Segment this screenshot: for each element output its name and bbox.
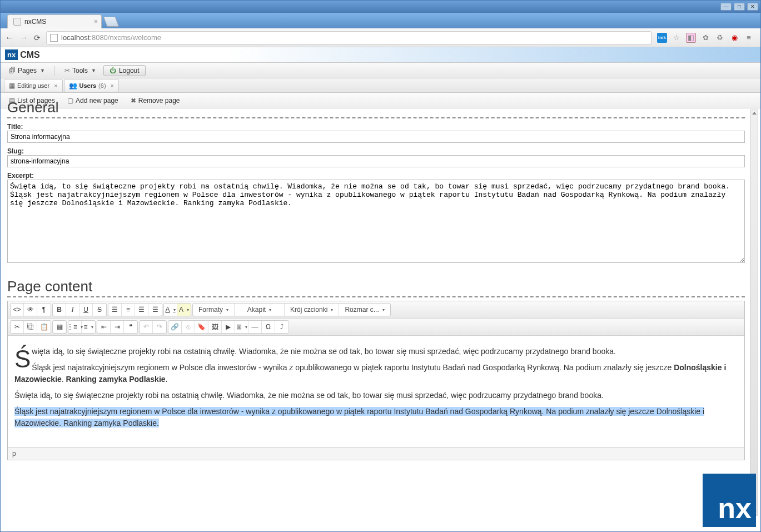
align-right-button[interactable]: ☰ <box>135 304 148 316</box>
url-path: /nxcms/welcome <box>108 33 161 42</box>
new-tab-button[interactable] <box>103 17 120 27</box>
underline-button[interactable]: U <box>79 304 93 316</box>
text-color-button[interactable]: A▾ <box>164 304 177 316</box>
form-icon: ▦ <box>9 82 15 90</box>
formats-dropdown[interactable]: Formaty▾ <box>193 304 235 316</box>
tab-users[interactable]: 👥 Users (6) × <box>64 79 119 92</box>
source-button[interactable]: <> <box>11 304 24 316</box>
align-left-button[interactable]: ☰ <box>108 304 122 316</box>
paragraph-dropdown[interactable]: Akapit▾ <box>235 304 285 316</box>
blockquote-button[interactable]: ❝ <box>124 321 137 333</box>
number-list-button[interactable]: ≡▾ <box>82 321 95 333</box>
address-bar: ← → ⟳ localhost:8080/nxcms/welcome imk ☆… <box>1 28 760 47</box>
url-host: localhost <box>61 33 89 42</box>
back-button[interactable]: ← <box>5 33 14 43</box>
ext-icon-1[interactable]: imk <box>657 33 667 43</box>
url-input[interactable]: localhost:8080/nxcms/welcome <box>46 31 651 44</box>
power-icon: ⏻ <box>110 67 116 74</box>
excerpt-textarea[interactable]: Święta idą, to się świąteczne projekty r… <box>7 180 745 263</box>
tools-menu-button[interactable]: ✂ Tools ▼ <box>59 64 101 77</box>
ext-icon-2[interactable]: ◧ <box>686 33 696 43</box>
stop-icon[interactable]: ◉ <box>729 33 739 43</box>
font-dropdown[interactable]: Krój czcionki▾ <box>285 304 339 316</box>
browser-tab-active[interactable]: nxCMS × <box>7 14 102 28</box>
content-p3: Święta idą, to się świąteczne projekty r… <box>14 390 738 401</box>
tab-title: nxCMS <box>24 18 46 26</box>
favicon-icon <box>13 18 21 26</box>
star-icon[interactable]: ☆ <box>672 33 682 43</box>
outdent-button[interactable]: ⇤ <box>97 321 111 333</box>
size-dropdown[interactable]: Rozmar c...▾ <box>339 304 390 316</box>
excerpt-label: Excerpt: <box>7 172 745 180</box>
pages-icon: 🗐 <box>9 67 16 74</box>
italic-button[interactable]: I <box>66 304 79 316</box>
upload-button[interactable]: ⤴ <box>275 321 289 333</box>
logout-label: Logout <box>119 67 140 74</box>
section-title-general: General <box>7 99 745 118</box>
editor-status: p <box>8 447 744 460</box>
tab-close-icon[interactable]: × <box>94 18 98 26</box>
slug-input[interactable] <box>7 155 745 167</box>
separator <box>54 66 55 76</box>
preview-button[interactable]: 👁 <box>24 304 37 316</box>
editor-toolbar-2: ✂ ⿻ 📋 ▦ ⋮≡▾ ≡▾ ⇤ ⇥ ❝ <box>8 319 744 336</box>
bg-color-button[interactable]: A▾ <box>177 304 191 316</box>
tab-editing-user[interactable]: ▦ Editing user × <box>4 79 63 92</box>
maximize-button[interactable]: □ <box>734 3 745 11</box>
image-button[interactable]: 🖼 <box>208 321 222 333</box>
title-input[interactable] <box>7 131 745 143</box>
cut-button[interactable]: ✂ <box>11 321 24 333</box>
media-button[interactable]: ▶ <box>222 321 235 333</box>
unlink-button[interactable]: ⦸ <box>182 321 195 333</box>
menu-icon[interactable]: ≡ <box>744 33 754 43</box>
indent-button[interactable]: ⇥ <box>111 321 124 333</box>
undo-button[interactable]: ↶ <box>140 321 153 333</box>
paste-button[interactable]: 📋 <box>37 321 51 333</box>
recycle-icon[interactable]: ♻ <box>715 33 725 43</box>
page-icon <box>50 34 58 42</box>
chevron-down-icon: ▼ <box>40 68 45 73</box>
slug-label: Slug: <box>7 147 745 155</box>
minimize-button[interactable]: — <box>720 3 732 11</box>
tab-label: Users <box>79 82 97 89</box>
page-tabs: ▦ Editing user × 👥 Users (6) × <box>1 78 760 93</box>
chevron-down-icon: ▼ <box>91 68 96 73</box>
logout-button[interactable]: ⏻ Logout <box>103 65 146 76</box>
tools-icon: ✂ <box>64 67 70 74</box>
content-p4: Śląsk jest najatrakcyjniejszym regionem … <box>14 406 738 429</box>
bold-button[interactable]: B <box>53 304 66 316</box>
content-p1: Święta idą, to się świąteczne projekty r… <box>14 346 738 357</box>
extension-icons: imk ☆ ◧ ✿ ♻ ◉ ≡ <box>657 33 756 43</box>
bullet-list-button[interactable]: ⋮≡▾ <box>68 321 82 333</box>
title-label: Title: <box>7 123 745 131</box>
os-title-bar: — □ ✕ <box>1 1 760 13</box>
table-button[interactable]: ⊞▾ <box>235 321 248 333</box>
pilcrow-button[interactable]: ¶ <box>37 304 51 316</box>
editor-content[interactable]: Święta idą, to się świąteczne projekty r… <box>8 336 744 447</box>
section-title-content: Page content <box>7 278 745 297</box>
tab-close-icon[interactable]: × <box>54 82 57 89</box>
scrollbar[interactable] <box>750 110 758 516</box>
gear-icon[interactable]: ✿ <box>700 33 710 43</box>
forward-button[interactable]: → <box>19 33 28 43</box>
anchor-button[interactable]: 🔖 <box>195 321 208 333</box>
pages-menu-button[interactable]: 🗐 Pages ▼ <box>4 64 50 77</box>
copy-button[interactable]: ⿻ <box>24 321 37 333</box>
corner-logo: nx <box>703 474 756 527</box>
tab-close-icon[interactable]: × <box>111 82 114 89</box>
remove-format-button[interactable]: ▦ <box>53 321 66 333</box>
link-button[interactable]: 🔗 <box>168 321 182 333</box>
pages-label: Pages <box>18 67 37 74</box>
strike-button[interactable]: S <box>93 304 106 316</box>
redo-button[interactable]: ↷ <box>153 321 166 333</box>
logo-prefix: nx <box>5 49 18 60</box>
align-justify-button[interactable]: ☰ <box>148 304 162 316</box>
reload-button[interactable]: ⟳ <box>34 33 41 42</box>
hr-button[interactable]: — <box>248 321 262 333</box>
close-button[interactable]: ✕ <box>747 3 758 11</box>
tab-count: (6) <box>98 82 106 89</box>
special-char-button[interactable]: Ω <box>262 321 275 333</box>
url-port: :8080 <box>89 33 108 42</box>
align-center-button[interactable]: ≡ <box>122 304 135 316</box>
selected-text: Śląsk jest najatrakcyjniejszym regionem … <box>14 407 704 427</box>
